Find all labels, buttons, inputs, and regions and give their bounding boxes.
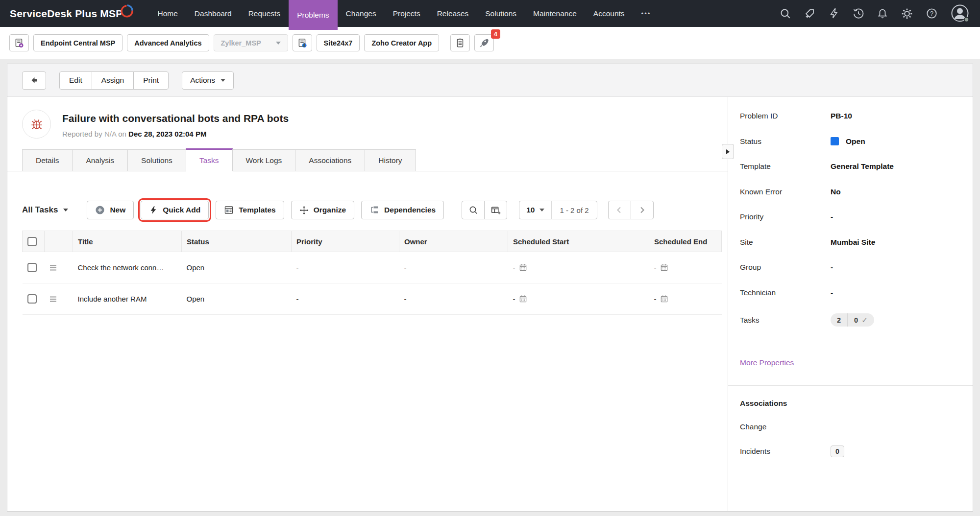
tab-tasks[interactable]: Tasks [186,148,233,171]
column-scheduled-start[interactable]: Scheduled Start [508,231,649,252]
prev-page-chevron [615,206,623,214]
task-title[interactable]: Check the network conn… [73,252,182,283]
history-icon[interactable] [853,8,864,19]
settings-gear-icon[interactable] [901,8,913,20]
collapse-panel-arrow[interactable] [722,144,734,159]
nav-accounts[interactable]: Accounts [585,0,633,27]
logo-swirl-icon [121,3,134,21]
details-sidebar: Problem ID PB-10 Status Open Template Ge… [728,97,973,511]
task-scheduled-end: - [654,295,657,303]
more-properties-link[interactable]: More Properties [740,358,794,367]
add-column-button[interactable] [484,201,507,219]
associations-heading: Associations [740,399,973,408]
row-checkbox[interactable] [27,263,37,272]
dependencies-button[interactable]: Dependencies [361,201,444,219]
tab-solutions[interactable]: Solutions [127,149,186,171]
calendar-icon[interactable] [660,295,668,303]
record-action-bar: Edit Assign Print Actions [7,64,973,97]
tab-associations[interactable]: Associations [295,149,365,171]
chevron-down-icon [539,209,544,211]
field-problem-id: Problem ID PB-10 [728,112,973,120]
notifications-bell-icon[interactable] [877,8,888,19]
request-template-icon[interactable] [9,34,29,51]
organize-button[interactable]: Organize [291,201,354,219]
ticket-add-icon[interactable] [804,8,815,19]
page-size-dropdown[interactable]: 10 [519,201,552,219]
triangle-right-icon [726,149,730,154]
pagination-controls: 10 1 - 2 of 2 [519,201,653,219]
nav-changes[interactable]: Changes [338,0,385,27]
quick-add-button[interactable]: Quick Add [141,201,209,219]
column-status[interactable]: Status [182,231,292,252]
problem-header: Failure with conversational bots and RPA… [7,97,728,139]
task-filter-dropdown[interactable]: All Tasks [22,205,68,215]
tab-work-logs[interactable]: Work Logs [232,149,296,171]
calendar-icon[interactable] [660,263,668,272]
calendar-icon[interactable] [519,263,527,272]
nav-maintenance[interactable]: Maintenance [525,0,585,27]
resource-info-icon[interactable]: i [293,34,312,51]
task-status: Open [182,252,292,283]
back-arrow-icon [29,75,39,85]
advanced-analytics-button[interactable]: Advanced Analytics [127,34,209,51]
nav-problems[interactable]: Problems [289,0,337,30]
search-icon [468,205,478,215]
topnav-icon-tray: ? [780,0,970,27]
presence-dot [964,17,969,22]
clipboard-icon[interactable] [450,34,470,51]
print-button[interactable]: Print [133,71,169,90]
templates-icon [224,205,234,215]
select-all-checkbox[interactable] [27,237,37,246]
task-scheduled-start: - [513,295,515,303]
new-plus-icon [95,205,105,215]
tasks-toolbar: All Tasks New Quick Add Templates [22,201,713,219]
tab-details[interactable]: Details [22,149,73,171]
prev-page-button[interactable] [608,201,631,219]
edit-button[interactable]: Edit [59,71,92,90]
column-scheduled-end[interactable]: Scheduled End [649,231,722,252]
actions-dropdown[interactable]: Actions [182,71,234,90]
tasks-count-pill[interactable]: 2 0 ✓ [831,313,874,327]
quick-actions-bolt-icon[interactable] [829,8,839,19]
column-owner[interactable]: Owner [399,231,508,252]
task-status: Open [182,283,292,315]
drag-handle-icon[interactable] [49,264,57,271]
drag-handle-icon[interactable] [49,296,57,303]
nav-requests[interactable]: Requests [240,0,289,27]
calendar-icon[interactable] [519,295,527,303]
nav-projects[interactable]: Projects [385,0,429,27]
task-title[interactable]: Include another RAM [73,283,182,315]
nav-releases[interactable]: Releases [429,0,477,27]
search-icon[interactable] [780,8,791,19]
next-page-button[interactable] [631,201,654,219]
column-title[interactable]: Title [73,231,182,252]
field-template: Template General Template [728,162,973,171]
templates-button[interactable]: Templates [216,201,284,219]
app-logo[interactable]: ServiceDesk Plus MSP [10,0,134,27]
column-priority[interactable]: Priority [292,231,399,252]
nav-more-icon[interactable]: ••• [633,0,660,27]
nav-home[interactable]: Home [149,0,186,27]
account-picker-dropdown[interactable]: Zylker_MSP [214,34,288,51]
nav-solutions[interactable]: Solutions [477,0,525,27]
assign-button[interactable]: Assign [92,71,134,90]
announcement-count-badge[interactable]: 4 [491,29,500,39]
app-shortcut-bar: Endpoint Central MSP Advanced Analytics … [0,27,980,59]
task-priority: - [292,252,399,283]
row-checkbox[interactable] [27,294,37,304]
new-task-button[interactable]: New [87,201,134,219]
help-icon[interactable]: ? [926,8,937,19]
search-tasks-button[interactable] [462,201,485,219]
tab-analysis[interactable]: Analysis [72,149,128,171]
zoho-creator-button[interactable]: Zoho Creator App [364,34,439,51]
tab-history[interactable]: History [365,149,416,171]
nav-dashboard[interactable]: Dashboard [186,0,240,27]
organize-move-icon [299,206,309,215]
user-avatar[interactable] [951,4,970,23]
endpoint-central-button[interactable]: Endpoint Central MSP [33,34,122,51]
back-button[interactable] [22,71,46,90]
field-change: Change [728,422,973,431]
site24x7-button[interactable]: Site24x7 [317,34,360,51]
table-tools-group [462,201,507,219]
incidents-count-badge[interactable]: 0 [831,446,844,457]
